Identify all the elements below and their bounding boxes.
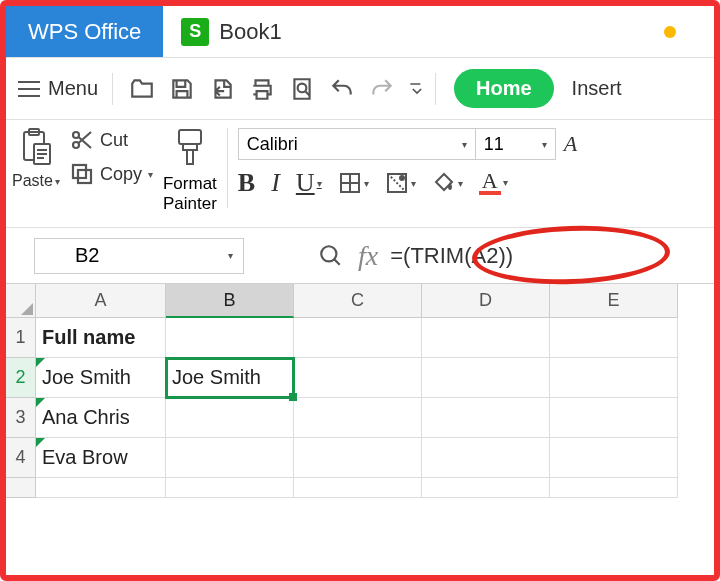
- borders-button[interactable]: ▾: [338, 171, 369, 195]
- scissors-icon: [70, 128, 94, 152]
- select-all-corner[interactable]: [6, 284, 36, 318]
- title-bar: WPS Office S Book1: [6, 6, 714, 58]
- name-box[interactable]: B2▾: [34, 238, 244, 274]
- ribbon-header: Menu Home Insert: [6, 58, 714, 120]
- row-header[interactable]: 2: [6, 358, 36, 398]
- zoom-cell-icon[interactable]: [316, 241, 346, 271]
- cell-A2[interactable]: Joe Smith: [36, 358, 166, 398]
- column-header[interactable]: D: [422, 284, 550, 318]
- hamburger-icon: [18, 81, 40, 97]
- app-name: WPS Office: [6, 6, 163, 57]
- separator: [435, 73, 436, 105]
- cell-E3[interactable]: [550, 398, 678, 438]
- tab-home[interactable]: Home: [454, 69, 554, 108]
- svg-point-12: [400, 176, 404, 180]
- cell-E4[interactable]: [550, 438, 678, 478]
- error-indicator-icon: [36, 358, 45, 367]
- cell[interactable]: [166, 478, 294, 498]
- copy-label: Copy: [100, 164, 142, 185]
- ribbon-toolbar: Paste▾ Cut Copy▾ FormatPainter Calibri▾ …: [6, 120, 714, 228]
- copy-icon: [70, 162, 94, 186]
- separator: [227, 128, 228, 208]
- unsaved-indicator-icon: [664, 26, 676, 38]
- cell-D4[interactable]: [422, 438, 550, 478]
- svg-point-0: [298, 83, 307, 92]
- cut-label: Cut: [100, 130, 128, 151]
- copy-button[interactable]: Copy▾: [70, 162, 153, 186]
- paintbrush-icon: [173, 128, 207, 170]
- italic-button[interactable]: I: [271, 168, 280, 198]
- undo-icon[interactable]: [327, 74, 357, 104]
- document-tab[interactable]: S Book1: [163, 6, 299, 57]
- cell-B3[interactable]: [166, 398, 294, 438]
- font-group: Calibri▾ 11▾ A B I U▾ ▾ ▾ ▾ A▾: [238, 128, 708, 198]
- column-header[interactable]: A: [36, 284, 166, 318]
- cell-D3[interactable]: [422, 398, 550, 438]
- cell-C4[interactable]: [294, 438, 422, 478]
- formula-input[interactable]: =(TRIM(A2)): [390, 243, 513, 269]
- bold-button[interactable]: B: [238, 168, 255, 198]
- spreadsheet-icon: S: [181, 18, 209, 46]
- column-header[interactable]: C: [294, 284, 422, 318]
- font-name-select[interactable]: Calibri▾: [238, 128, 476, 160]
- row-header[interactable]: 4: [6, 438, 36, 478]
- cell-C2[interactable]: [294, 358, 422, 398]
- separator: [112, 73, 113, 105]
- font-color-button[interactable]: A▾: [479, 171, 508, 195]
- column-header[interactable]: E: [550, 284, 678, 318]
- increase-font-button[interactable]: A: [564, 128, 577, 160]
- menu-label: Menu: [48, 77, 98, 100]
- spreadsheet-grid[interactable]: 1 2 3 4 A B C D E Full name Joe Smith Jo…: [6, 284, 714, 498]
- cell-B1[interactable]: [166, 318, 294, 358]
- cell-B4[interactable]: [166, 438, 294, 478]
- menu-button[interactable]: Menu: [12, 73, 104, 104]
- clipboard-group: Cut Copy▾: [70, 128, 153, 186]
- print-preview-icon[interactable]: [287, 74, 317, 104]
- export-icon[interactable]: [207, 74, 237, 104]
- cell-C1[interactable]: [294, 318, 422, 358]
- svg-rect-8: [179, 130, 201, 144]
- cell[interactable]: [294, 478, 422, 498]
- cell[interactable]: [36, 478, 166, 498]
- save-icon[interactable]: [167, 74, 197, 104]
- row-header[interactable]: 1: [6, 318, 36, 358]
- cell-D2[interactable]: [422, 358, 550, 398]
- column-header[interactable]: B: [166, 284, 294, 318]
- qat-more-icon[interactable]: [407, 74, 427, 104]
- print-icon[interactable]: [247, 74, 277, 104]
- error-indicator-icon: [36, 438, 45, 447]
- cell[interactable]: [422, 478, 550, 498]
- font-size-select[interactable]: 11▾: [476, 128, 556, 160]
- cut-button[interactable]: Cut: [70, 128, 153, 152]
- cell-C3[interactable]: [294, 398, 422, 438]
- svg-rect-9: [187, 150, 193, 164]
- document-title: Book1: [219, 19, 281, 45]
- svg-point-5: [73, 142, 79, 148]
- cell[interactable]: [550, 478, 678, 498]
- cell-A4[interactable]: Eva Brow: [36, 438, 166, 478]
- svg-rect-7: [78, 170, 91, 183]
- svg-point-4: [73, 132, 79, 138]
- cell-E1[interactable]: [550, 318, 678, 358]
- cell-A1[interactable]: Full name: [36, 318, 166, 358]
- redo-icon[interactable]: [367, 74, 397, 104]
- svg-rect-6: [73, 165, 86, 178]
- ribbon-tabs: Home Insert: [454, 69, 622, 108]
- tab-insert[interactable]: Insert: [572, 77, 622, 100]
- row-header[interactable]: 3: [6, 398, 36, 438]
- paste-label: Paste▾: [12, 172, 60, 190]
- cell-D1[interactable]: [422, 318, 550, 358]
- fx-icon[interactable]: fx: [358, 240, 378, 272]
- paste-button[interactable]: Paste▾: [12, 128, 60, 190]
- cell-A3[interactable]: Ana Chris: [36, 398, 166, 438]
- underline-button[interactable]: U▾: [296, 168, 322, 198]
- cell-E2[interactable]: [550, 358, 678, 398]
- cell-effects-button[interactable]: ▾: [385, 171, 416, 195]
- row-header[interactable]: [6, 478, 36, 498]
- format-painter-button[interactable]: FormatPainter: [163, 128, 217, 213]
- fill-color-button[interactable]: ▾: [432, 171, 463, 195]
- error-indicator-icon: [36, 398, 45, 407]
- cell-B2[interactable]: Joe Smith: [166, 358, 294, 398]
- clipboard-icon: [20, 128, 52, 170]
- open-icon[interactable]: [127, 74, 157, 104]
